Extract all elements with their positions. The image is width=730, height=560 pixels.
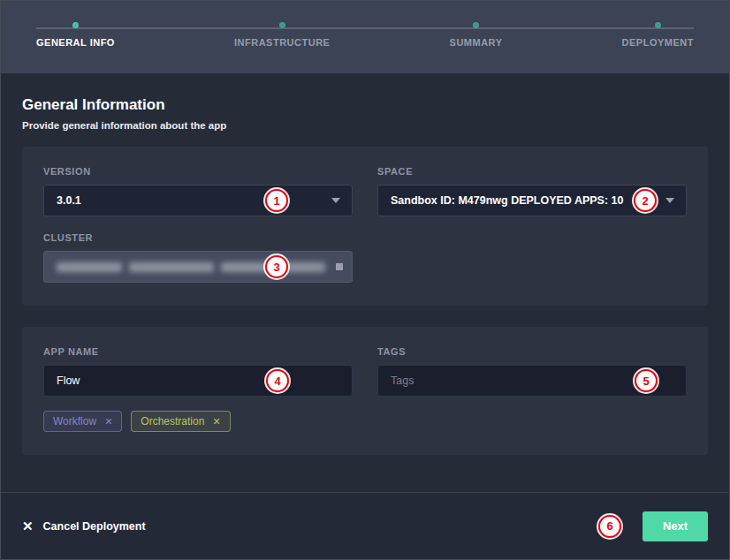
app-name-label: APP NAME <box>43 346 353 357</box>
space-label: SPACE <box>377 166 687 177</box>
page-title: General Information <box>22 96 708 114</box>
tag-chip-orchestration[interactable]: Orchestration ✕ <box>131 411 230 432</box>
step-dot-icon <box>72 22 79 28</box>
tags-field: TAGS 5 <box>377 346 687 397</box>
annotation-badge-2: 2 <box>634 189 657 212</box>
cancel-deployment-button[interactable]: ✕ Cancel Deployment <box>22 518 146 534</box>
tag-chips: Workflow ✕ Orchestration ✕ <box>43 411 687 432</box>
tag-chip-label: Orchestration <box>141 415 204 428</box>
step-deployment[interactable]: DEPLOYMENT <box>622 1 694 73</box>
tag-chip-workflow[interactable]: Workflow ✕ <box>43 411 122 432</box>
app-name-field: APP NAME 4 <box>43 346 353 397</box>
redacted-text-bar <box>129 262 214 272</box>
step-dot-icon <box>473 22 479 28</box>
tag-chip-label: Workflow <box>53 415 96 428</box>
space-value: Sandbox ID: M479nwg DEPLOYED APPS: 10 <box>391 194 623 207</box>
tags-input[interactable] <box>377 365 687 397</box>
redacted-text-bar <box>279 262 325 272</box>
annotation-badge-1: 1 <box>265 189 288 212</box>
chevron-down-icon <box>331 198 340 203</box>
version-value: 3.0.1 <box>57 194 81 207</box>
cancel-label: Cancel Deployment <box>43 520 146 533</box>
step-label: GENERAL INFO <box>36 37 115 48</box>
next-button[interactable]: Next <box>643 511 708 541</box>
remove-tag-icon[interactable]: ✕ <box>212 416 220 428</box>
app-name-input[interactable] <box>43 365 353 397</box>
step-summary[interactable]: SUMMARY <box>450 1 503 73</box>
step-general-info[interactable]: GENERAL INFO <box>36 1 115 73</box>
space-select[interactable]: Sandbox ID: M479nwg DEPLOYED APPS: 10 2 <box>377 185 687 216</box>
redacted-text-bar <box>57 262 122 272</box>
step-label: INFRASTRUCTURE <box>234 37 330 48</box>
cluster-field: CLUSTER 3 <box>43 232 353 283</box>
wizard-footer: ✕ Cancel Deployment 6 Next <box>1 492 729 559</box>
remove-tag-icon[interactable]: ✕ <box>104 416 112 428</box>
version-label: VERSION <box>43 166 353 177</box>
version-field: VERSION 3.0.1 1 <box>43 166 353 216</box>
stepper-connector-line <box>36 27 694 29</box>
environment-panel: VERSION 3.0.1 1 SPACE Sandbox ID: M479nw… <box>22 147 708 306</box>
step-label: SUMMARY <box>450 37 503 48</box>
annotation-badge-6: 6 <box>598 515 621 538</box>
stepper: GENERAL INFO INFRASTRUCTURE SUMMARY DEPL… <box>1 1 729 73</box>
cluster-input[interactable]: 3 <box>43 251 353 283</box>
page-subtitle: Provide general information about the ap… <box>22 120 708 131</box>
version-select[interactable]: 3.0.1 1 <box>43 185 353 216</box>
deployment-wizard: GENERAL INFO INFRASTRUCTURE SUMMARY DEPL… <box>0 0 730 560</box>
step-label: DEPLOYMENT <box>622 37 694 48</box>
chevron-down-icon <box>665 198 674 203</box>
step-dot-icon <box>655 22 661 28</box>
cluster-label: CLUSTER <box>43 232 353 243</box>
close-icon: ✕ <box>22 518 34 534</box>
redacted-glyph <box>336 263 343 270</box>
main-content: General Information Provide general info… <box>1 73 729 455</box>
step-infrastructure[interactable]: INFRASTRUCTURE <box>234 1 330 73</box>
app-details-panel: APP NAME 4 TAGS 5 Workflow <box>22 327 708 455</box>
redacted-text-bar <box>221 262 272 272</box>
space-field: SPACE Sandbox ID: M479nwg DEPLOYED APPS:… <box>377 166 687 216</box>
step-dot-icon <box>279 22 285 28</box>
tags-label: TAGS <box>377 346 687 357</box>
